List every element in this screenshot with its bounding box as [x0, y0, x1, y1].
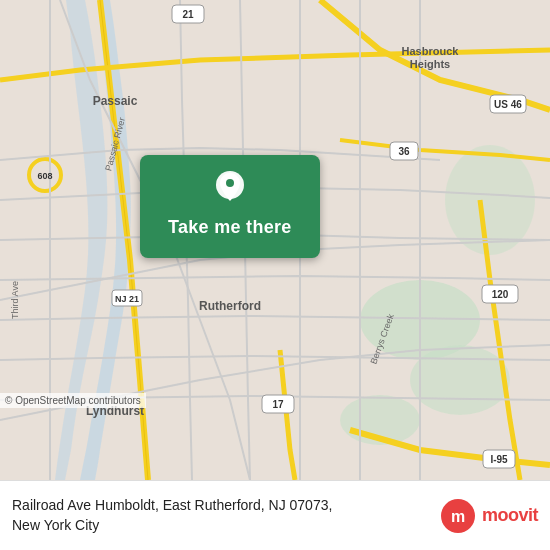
svg-point-30 — [226, 179, 234, 187]
svg-text:17: 17 — [272, 399, 284, 410]
cta-container: Take me there — [140, 155, 320, 258]
moovit-name: moovit — [482, 505, 538, 526]
svg-text:Heights: Heights — [410, 58, 450, 70]
osm-attribution: © OpenStreetMap contributors — [0, 393, 146, 408]
address-line1: Railroad Ave Humboldt, East Rutherford, … — [12, 497, 332, 513]
address-block: Railroad Ave Humboldt, East Rutherford, … — [12, 496, 430, 535]
svg-text:m: m — [451, 508, 465, 525]
map-area: 21 US 46 120 17 I-95 36 608 NJ 21 Passai… — [0, 0, 550, 480]
svg-text:36: 36 — [398, 146, 410, 157]
svg-point-2 — [410, 345, 510, 415]
svg-text:Third Ave: Third Ave — [10, 281, 20, 319]
svg-text:Rutherford: Rutherford — [199, 299, 261, 313]
osm-text: © OpenStreetMap contributors — [5, 395, 141, 406]
location-pin-icon — [212, 171, 248, 207]
svg-text:120: 120 — [492, 289, 509, 300]
svg-text:608: 608 — [37, 171, 52, 181]
cta-label: Take me there — [168, 217, 292, 238]
moovit-logo: m moovit — [440, 498, 538, 534]
svg-text:21: 21 — [182, 9, 194, 20]
address-line2: New York City — [12, 517, 99, 533]
take-me-there-button[interactable]: Take me there — [140, 155, 320, 258]
svg-text:US 46: US 46 — [494, 99, 522, 110]
bottom-bar: Railroad Ave Humboldt, East Rutherford, … — [0, 480, 550, 550]
svg-text:Passaic: Passaic — [93, 94, 138, 108]
svg-text:NJ 21: NJ 21 — [115, 294, 139, 304]
svg-text:Hasbrouck: Hasbrouck — [402, 45, 460, 57]
svg-text:I-95: I-95 — [490, 454, 508, 465]
moovit-icon: m — [440, 498, 476, 534]
